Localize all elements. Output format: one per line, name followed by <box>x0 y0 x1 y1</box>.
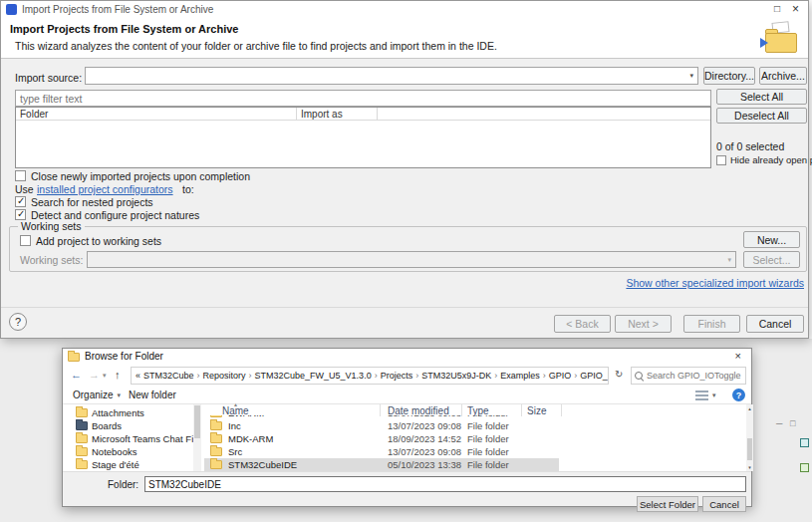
organize-button[interactable]: Organize ▾ <box>73 390 121 400</box>
breadcrumb-item[interactable]: Repository <box>203 371 246 381</box>
breadcrumb-separator-icon: › <box>494 371 497 381</box>
breadcrumb-item[interactable]: Projects <box>381 371 413 381</box>
folder-input[interactable] <box>144 476 746 492</box>
breadcrumb-item[interactable]: Examples <box>500 371 540 381</box>
refresh-icon[interactable]: ↻ <box>615 369 623 380</box>
browse-cancel-button[interactable]: Cancel <box>702 496 746 512</box>
view-mode-icon[interactable] <box>695 391 708 400</box>
breadcrumb-item[interactable]: GPIO <box>549 371 572 381</box>
browse-titlebar[interactable]: Browse for Folder × <box>63 349 751 365</box>
app-icon <box>6 4 17 15</box>
breadcrumb-item[interactable]: STM32Cube_FW_U5_V1.3.0 <box>255 371 372 381</box>
tree-item-label: Notebooks <box>92 446 136 457</box>
directory-button[interactable]: Directory... <box>703 67 755 85</box>
tree-item-stage[interactable]: Stage d'été <box>64 458 193 471</box>
browse-for-folder-dialog: Browse for Folder × ← → ▾ ↑ « STM32Cube … <box>62 348 752 507</box>
breadcrumb-item[interactable]: STM32U5x9J-DK <box>421 371 491 381</box>
tree-item-label: Attachments <box>92 407 144 418</box>
new-working-set-button[interactable]: New... <box>743 231 800 248</box>
next-button[interactable]: Next > <box>615 315 672 333</box>
new-folder-button[interactable]: New folder <box>129 390 176 400</box>
tree-item-boards[interactable]: Boards <box>64 419 193 432</box>
tree-item-label: Microsoft Teams Chat Fil <box>92 433 193 444</box>
file-row-selected[interactable]: STM32CubeIDE 05/10/2023 13:38 File folde… <box>202 458 746 471</box>
view-maximize-icon[interactable]: □ <box>790 418 795 428</box>
file-row[interactable]: MDK-ARM 18/09/2023 14:52 File folder <box>202 432 746 445</box>
filter-input[interactable] <box>15 90 711 107</box>
working-sets-group: Working sets Add project to working sets… <box>9 226 807 272</box>
configurators-suffix: to: <box>182 183 194 195</box>
working-sets-combo[interactable]: ▾ <box>87 251 736 268</box>
search-input[interactable] <box>647 371 742 381</box>
close-imported-checkbox[interactable] <box>15 170 26 181</box>
other-wizards-link[interactable]: Show other specialized import wizards <box>626 277 804 289</box>
forward-icon[interactable]: → <box>89 369 100 381</box>
view-minimize-icon[interactable]: ─ <box>776 418 782 428</box>
natures-checkbox[interactable]: ✓ <box>15 209 26 220</box>
close-imported-label: Close newly imported projects upon compl… <box>31 170 250 182</box>
file-type: File folder <box>467 433 509 444</box>
command-toolbar: Organize ▾ New folder ▾ ? <box>63 387 751 404</box>
scroll-down-icon[interactable]: ▾ <box>746 464 753 470</box>
column-import-as[interactable]: Import as <box>301 109 343 120</box>
explorer-help-icon[interactable]: ? <box>732 389 745 401</box>
search-box[interactable] <box>631 367 746 385</box>
tree-item-notebooks[interactable]: Notebooks <box>64 445 193 458</box>
file-row[interactable]: Src 13/07/2023 09:08 File folder <box>202 445 746 458</box>
breadcrumb-separator-icon: › <box>197 371 200 381</box>
select-folder-button[interactable]: Select Folder <box>637 496 698 512</box>
configurators-link[interactable]: installed project configurators <box>37 183 173 195</box>
maximize-icon[interactable]: □ <box>774 3 780 14</box>
file-type: File folder <box>467 415 509 418</box>
close-icon[interactable]: × <box>735 350 741 362</box>
folder-icon <box>76 460 88 469</box>
breadcrumb-item[interactable]: STM32Cube <box>143 371 194 381</box>
background-view-icon[interactable] <box>800 438 809 447</box>
configurators-prefix: Use <box>15 183 34 195</box>
wizard-title: Import Projects from File System or Arch… <box>10 23 238 35</box>
nested-checkbox[interactable]: ✓ <box>15 196 26 207</box>
file-date: 13/07/2023 09:08 <box>388 446 461 457</box>
navigation-bar: ← → ▾ ↑ « STM32Cube › Repository › STM32… <box>63 365 751 387</box>
deselect-all-button[interactable]: Deselect All <box>716 108 807 124</box>
tree-scrollbar-thumb[interactable] <box>194 405 200 438</box>
browse-window-title: Browse for Folder <box>85 351 163 362</box>
tree-item-label: Boards <box>92 420 122 431</box>
hide-open-checkbox[interactable] <box>716 155 726 165</box>
history-dropdown-icon[interactable]: ▾ <box>103 372 107 380</box>
titlebar[interactable]: Import Projects from File System or Arch… <box>1 1 808 18</box>
address-bar[interactable]: « STM32Cube › Repository › STM32Cube_FW_… <box>131 367 609 385</box>
add-working-sets-checkbox[interactable] <box>20 235 31 246</box>
file-date: 13/07/2023 09:08 <box>388 420 461 431</box>
back-icon[interactable]: ← <box>71 369 82 381</box>
tree-item-teams-files[interactable]: Microsoft Teams Chat Fil <box>64 432 193 445</box>
up-icon[interactable]: ↑ <box>115 369 121 381</box>
column-folder[interactable]: Folder <box>20 109 48 120</box>
finish-button[interactable]: Finish <box>683 315 740 333</box>
file-name: STM32CubeIDE <box>228 459 297 470</box>
breadcrumb-overflow-icon[interactable]: « <box>135 371 140 381</box>
breadcrumb-item[interactable]: GPIO_IOToggle <box>580 371 609 381</box>
check-icon: ✓ <box>17 208 25 219</box>
scroll-up-icon[interactable]: ▴ <box>746 405 753 411</box>
close-icon[interactable]: × <box>792 2 799 16</box>
file-row[interactable]: Inc 13/07/2023 09:08 File folder <box>202 419 746 432</box>
list-scrollbar[interactable]: ▴ ▾ <box>746 404 753 471</box>
breadcrumb-separator-icon: › <box>415 371 418 381</box>
import-source-combo[interactable]: ▾ <box>85 67 698 85</box>
tree-scrollbar[interactable] <box>193 404 201 471</box>
folder-field-label: Folder: <box>108 479 138 490</box>
list-scrollbar-thumb[interactable] <box>747 438 752 460</box>
help-button[interactable]: ? <box>9 313 27 331</box>
file-name: Src <box>228 446 242 457</box>
background-view-icon[interactable] <box>800 463 809 472</box>
select-all-button[interactable]: Select All <box>716 89 807 105</box>
archive-button[interactable]: Archive... <box>759 67 807 85</box>
table-header: Folder Import as <box>16 108 710 121</box>
cancel-button[interactable]: Cancel <box>746 315 804 333</box>
view-mode-dropdown-icon[interactable]: ▾ <box>712 392 716 399</box>
select-working-set-button[interactable]: Select... <box>743 251 800 268</box>
back-button[interactable]: < Back <box>554 315 611 333</box>
tree-item-attachments[interactable]: Attachments <box>64 406 193 419</box>
working-sets-group-title: Working sets <box>18 220 85 232</box>
